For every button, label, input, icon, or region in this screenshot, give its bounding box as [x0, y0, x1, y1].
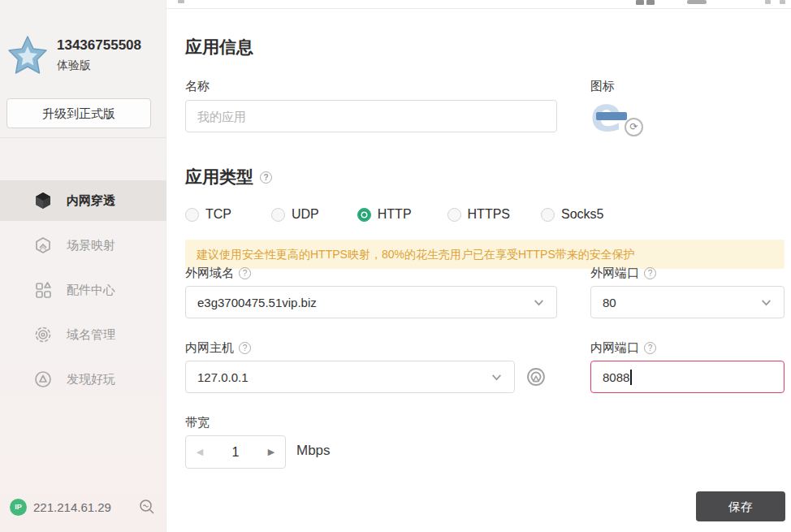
chevron-down-icon: [491, 371, 503, 383]
app-name-input[interactable]: [185, 100, 557, 132]
sidebar-footer: IP 221.214.61.29: [0, 491, 166, 532]
radio-udp[interactable]: UDP: [271, 207, 319, 222]
stepper-decrease-icon[interactable]: ◀: [186, 447, 214, 457]
bandwidth-stepper: ◀ 1 ▶: [185, 435, 286, 469]
addons-grid-icon: [32, 279, 54, 301]
help-icon[interactable]: ?: [239, 342, 251, 354]
toolbar-icon-sliver: [780, 0, 785, 4]
app-window: 13436755508 体验版 升级到正式版 内网穿透: [0, 0, 791, 532]
account-phone: 13436755508: [57, 37, 141, 54]
cube-icon: [32, 190, 54, 211]
internal-port-label: 内网端口 ?: [590, 340, 656, 356]
ip-badge-icon: IP: [10, 499, 27, 516]
sidebar-item-addons-center[interactable]: 配件中心: [0, 270, 166, 310]
sidebar-item-label: 发现好玩: [67, 372, 115, 387]
public-ip-address: 221.214.61.29: [33, 499, 111, 516]
sidebar-item-nat-tunnel[interactable]: 内网穿透: [0, 180, 166, 221]
main-content: 应用信息 名称 图标 e ⟳ 应用类型 ? TCP UDP: [167, 10, 791, 532]
sidebar-item-domain-management[interactable]: 域名管理: [0, 314, 166, 355]
account-panel: 13436755508 体验版 升级到正式版: [0, 0, 166, 138]
toolbar-icon-sliver: [646, 0, 655, 5]
sidebar-item-label: 内网穿透: [67, 193, 115, 209]
https-suggestion-banner: 建议使用安全性更高的HTTPS映射，80%的花生壳用户已在享受HTTPS带来的安…: [185, 240, 785, 269]
app-e-logo-bar: [596, 112, 627, 120]
save-button[interactable]: 保存: [696, 491, 785, 521]
help-icon[interactable]: ?: [644, 267, 656, 279]
sidebar-item-discover[interactable]: 发现好玩: [0, 359, 166, 400]
scene-mapping-icon: [32, 235, 54, 256]
text-cursor: [630, 370, 632, 385]
sidebar-item-scene-mapping[interactable]: 场景映射: [0, 225, 166, 266]
toolbar-icon-sliver: [687, 0, 707, 4]
radio-https[interactable]: HTTPS: [447, 207, 510, 222]
external-port-select[interactable]: 80: [590, 286, 785, 318]
sidebar-item-label: 域名管理: [67, 327, 115, 343]
discover-compass-icon: [32, 369, 54, 390]
sidebar: 13436755508 体验版 升级到正式版 内网穿透: [0, 0, 166, 532]
refresh-icon[interactable]: ⟳: [625, 118, 643, 136]
radio-circle-icon: [541, 208, 555, 222]
app-type-radio-group: TCP UDP HTTP HTTPS Socks5: [185, 207, 603, 222]
radio-circle-selected-icon: [357, 208, 371, 222]
toolbar-icon-sliver: [178, 0, 184, 3]
account-plan-badge: 体验版: [57, 58, 91, 73]
toolbar-icon-sliver: [765, 0, 771, 4]
sidebar-menu: 内网穿透 场景映射: [0, 180, 166, 404]
scan-lan-icon[interactable]: [525, 365, 547, 388]
radio-http[interactable]: HTTP: [357, 207, 412, 222]
external-domain-select[interactable]: e3g3700475.51vip.biz: [185, 286, 557, 318]
radio-circle-icon: [185, 208, 199, 222]
help-icon[interactable]: ?: [239, 267, 251, 279]
bandwidth-unit: Mbps: [296, 443, 331, 459]
network-diagnose-icon[interactable]: [138, 498, 156, 516]
section-title-app-info: 应用信息: [185, 36, 253, 58]
radio-circle-icon: [447, 208, 461, 222]
section-title-app-type: 应用类型 ?: [185, 166, 272, 188]
internal-host-label: 内网主机 ?: [185, 340, 251, 356]
domain-gear-icon: [32, 324, 54, 345]
help-icon[interactable]: ?: [644, 342, 656, 354]
name-label: 名称: [185, 79, 210, 94]
internal-port-input[interactable]: 8088: [590, 361, 785, 393]
sidebar-item-label: 配件中心: [67, 283, 115, 298]
internal-host-select[interactable]: 127.0.0.1: [185, 361, 515, 393]
radio-socks5[interactable]: Socks5: [541, 207, 603, 222]
bandwidth-value: 1: [214, 445, 257, 460]
bandwidth-label: 带宽: [185, 415, 210, 430]
external-domain-label: 外网域名 ?: [185, 266, 251, 281]
chevron-down-icon: [760, 296, 772, 309]
upgrade-button[interactable]: 升级到正式版: [6, 98, 151, 128]
stepper-increase-icon[interactable]: ▶: [257, 447, 285, 457]
star-avatar-icon: [6, 34, 49, 76]
external-port-label: 外网端口 ?: [590, 266, 656, 281]
chevron-down-icon: [533, 296, 545, 309]
radio-tcp[interactable]: TCP: [185, 207, 231, 222]
app-icon-preview: e ⟳: [590, 95, 644, 137]
toolbar-icon-sliver: [636, 0, 644, 5]
sidebar-item-label: 场景映射: [67, 238, 115, 253]
help-icon[interactable]: ?: [260, 171, 272, 184]
radio-circle-icon: [271, 208, 285, 222]
top-toolbar-cutoff: [166, 0, 791, 9]
